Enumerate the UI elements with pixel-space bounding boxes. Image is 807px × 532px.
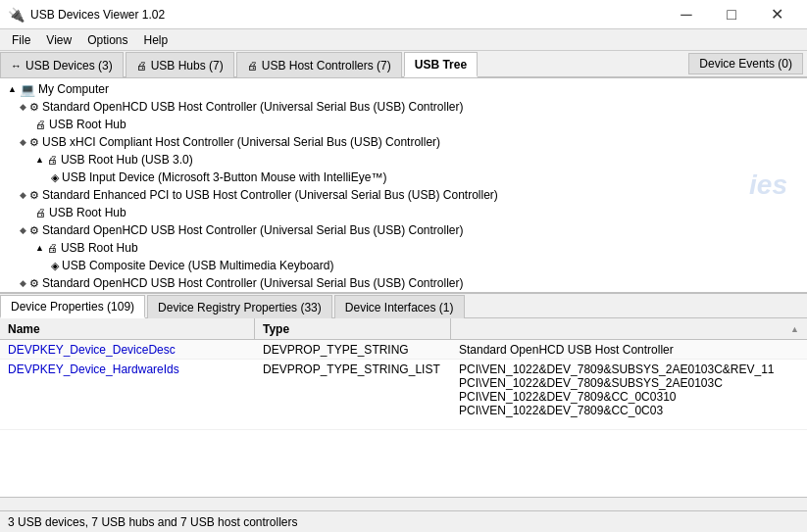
col-name-label: Name: [8, 322, 40, 336]
menu-options[interactable]: Options: [79, 31, 135, 49]
gear-icon: ⚙: [29, 277, 39, 290]
prop-name-text-1: DEVPKEY_Device_DeviceDesc: [8, 343, 176, 357]
tree-node-4-1[interactable]: ▲ 🖨 USB Root Hub: [0, 239, 807, 257]
bottom-section: Device Properties (109) Device Registry …: [0, 294, 807, 510]
computer-icon: 💻: [20, 82, 35, 97]
minimize-button[interactable]: ─: [664, 0, 709, 29]
prop-type-text-2: DEVPROP_TYPE_STRING_LIST: [263, 363, 440, 376]
node-label: USB Root Hub: [49, 118, 126, 131]
col-value[interactable]: ▲: [451, 318, 807, 339]
tab-usb-hubs[interactable]: 🖨 USB Hubs (7): [126, 52, 234, 77]
tree-panel[interactable]: ies ▲ 💻 My Computer ◆ ⚙ Standard OpenHCD…: [0, 78, 807, 294]
tab-bar: ↔ USB Devices (3) 🖨 USB Hubs (7) 🖨 USB H…: [0, 51, 807, 78]
tab-usb-hubs-label: USB Hubs (7): [151, 59, 224, 73]
node-label: Standard OpenHCD USB Host Controller (Un…: [42, 100, 463, 114]
sort-icon: ▲: [790, 324, 799, 334]
prop-table-header: Name Type ▲: [0, 318, 807, 340]
expand-icon: ◆: [20, 190, 26, 200]
close-button[interactable]: ✕: [754, 0, 799, 29]
tab-usb-devices[interactable]: ↔ USB Devices (3): [0, 52, 124, 77]
tab-usb-devices-label: USB Devices (3): [25, 59, 113, 73]
device-events-button[interactable]: Device Events (0): [688, 53, 803, 74]
prop-type-2: DEVPROP_TYPE_STRING_LIST: [255, 360, 451, 378]
node-label: USB Root Hub (USB 3.0): [61, 153, 193, 167]
hscrollbar[interactable]: [0, 497, 807, 510]
col-type[interactable]: Type: [255, 318, 451, 339]
tree-node-3[interactable]: ◆ ⚙ Standard Enhanced PCI to USB Host Co…: [0, 186, 807, 204]
tab-device-interfaces[interactable]: Device Interfaces (1): [334, 295, 465, 318]
node-label: USB Composite Device (USB Multimedia Key…: [62, 259, 333, 272]
menu-help[interactable]: Help: [136, 31, 177, 49]
tree-node-5[interactable]: ◆ ⚙ Standard OpenHCD USB Host Controller…: [0, 274, 807, 292]
gear-icon: ⚙: [29, 224, 39, 237]
tree-node-5-1[interactable]: 🖨 USB Root Hub: [0, 292, 807, 294]
node-label: Standard Enhanced PCI to USB Host Contro…: [42, 188, 498, 202]
gear-icon: ⚙: [29, 189, 39, 202]
expand-icon: ▲: [35, 155, 44, 165]
window-title: USB Devices Viewer 1.02: [30, 8, 664, 22]
expand-icon: ◆: [20, 278, 26, 288]
tree-node-my-computer[interactable]: ▲ 💻 My Computer: [0, 80, 807, 98]
node-label: USB Root Hub: [61, 241, 138, 255]
maximize-button[interactable]: □: [709, 0, 754, 29]
prop-value-line-2: PCI\VEN_1022&DEV_7809&SUBSYS_2AE0103C: [459, 376, 723, 390]
prop-value-text-1: Standard OpenHCD USB Host Controller: [459, 343, 674, 357]
expand-icon: ▲: [8, 84, 17, 94]
gear-icon: ⚙: [29, 101, 39, 114]
col-name[interactable]: Name: [0, 318, 255, 339]
tree-node-2[interactable]: ◆ ⚙ USB xHCI Compliant Host Controller (…: [0, 133, 807, 151]
tab-device-properties-label: Device Properties (109): [11, 300, 134, 314]
prop-name-text-2: DEVPKEY_Device_HardwareIds: [8, 363, 179, 376]
prop-value-line-3: PCI\VEN_1022&DEV_7809&CC_0C0310: [459, 390, 676, 404]
tree-node-2-1[interactable]: ▲ 🖨 USB Root Hub (USB 3.0): [0, 151, 807, 169]
status-bar: 3 USB devices, 7 USB hubs and 7 USB host…: [0, 510, 807, 532]
node-label: Standard OpenHCD USB Host Controller (Un…: [42, 276, 463, 290]
prop-value-line-1: PCI\VEN_1022&DEV_7809&SUBSYS_2AE0103C&RE…: [459, 363, 775, 376]
col-type-label: Type: [263, 322, 289, 336]
prop-row-2[interactable]: DEVPKEY_Device_HardwareIds DEVPROP_TYPE_…: [0, 360, 807, 430]
usb-host-controllers-icon: 🖨: [247, 60, 258, 72]
gear-icon: ⚙: [29, 136, 39, 149]
node-label: Standard OpenHCD USB Host Controller (Un…: [42, 223, 463, 237]
tree-node-4-1-1[interactable]: ◈ USB Composite Device (USB Multimedia K…: [0, 257, 807, 274]
expand-icon: ▲: [35, 243, 44, 253]
expand-icon: ◆: [20, 102, 26, 112]
tab-device-registry[interactable]: Device Registry Properties (33): [147, 295, 332, 318]
main-area: ies ▲ 💻 My Computer ◆ ⚙ Standard OpenHCD…: [0, 78, 807, 510]
tab-usb-tree-label: USB Tree: [415, 58, 467, 72]
device-icon: ◈: [51, 260, 59, 272]
app-icon: 🔌: [8, 7, 25, 23]
prop-name-2[interactable]: DEVPKEY_Device_HardwareIds: [0, 360, 255, 378]
node-label: USB xHCI Compliant Host Controller (Univ…: [42, 135, 440, 149]
tree-node-1-1[interactable]: 🖨 USB Root Hub: [0, 116, 807, 133]
hub-icon: 🖨: [35, 207, 46, 218]
prop-value-1: Standard OpenHCD USB Host Controller: [451, 340, 807, 359]
properties-panel[interactable]: Name Type ▲ DEVPKEY_Device_DeviceDesc DE…: [0, 318, 807, 497]
hub-icon: 🖨: [47, 154, 58, 166]
tab-device-interfaces-label: Device Interfaces (1): [345, 301, 454, 314]
tree-node-4[interactable]: ◆ ⚙ Standard OpenHCD USB Host Controller…: [0, 221, 807, 239]
tab-device-registry-label: Device Registry Properties (33): [158, 301, 322, 314]
tab-device-properties[interactable]: Device Properties (109): [0, 295, 145, 318]
status-text: 3 USB devices, 7 USB hubs and 7 USB host…: [8, 515, 297, 529]
usb-devices-icon: ↔: [11, 60, 22, 72]
prop-row-1[interactable]: DEVPKEY_Device_DeviceDesc DEVPROP_TYPE_S…: [0, 340, 807, 360]
tree-node-2-1-1[interactable]: ◈ USB Input Device (Microsoft 3-Button M…: [0, 169, 807, 186]
hub-icon: 🖨: [35, 119, 46, 130]
tab-usb-host-controllers[interactable]: 🖨 USB Host Controllers (7): [236, 52, 402, 77]
hub-icon: 🖨: [47, 242, 58, 254]
bottom-tab-bar: Device Properties (109) Device Registry …: [0, 294, 807, 318]
prop-name-1[interactable]: DEVPKEY_Device_DeviceDesc: [0, 340, 255, 359]
tree-node-1[interactable]: ◆ ⚙ Standard OpenHCD USB Host Controller…: [0, 98, 807, 116]
tree-node-3-1[interactable]: 🖨 USB Root Hub: [0, 204, 807, 221]
device-icon: ◈: [51, 171, 59, 184]
expand-icon: ◆: [20, 137, 26, 147]
node-label: USB Input Device (Microsoft 3-Button Mou…: [62, 170, 386, 184]
node-label: My Computer: [38, 82, 109, 96]
window-controls: ─ □ ✕: [664, 0, 799, 29]
prop-type-1: DEVPROP_TYPE_STRING: [255, 340, 451, 359]
menu-view[interactable]: View: [38, 31, 79, 49]
tab-usb-tree[interactable]: USB Tree: [404, 52, 478, 77]
tab-usb-host-controllers-label: USB Host Controllers (7): [262, 59, 391, 73]
menu-file[interactable]: File: [4, 31, 38, 49]
